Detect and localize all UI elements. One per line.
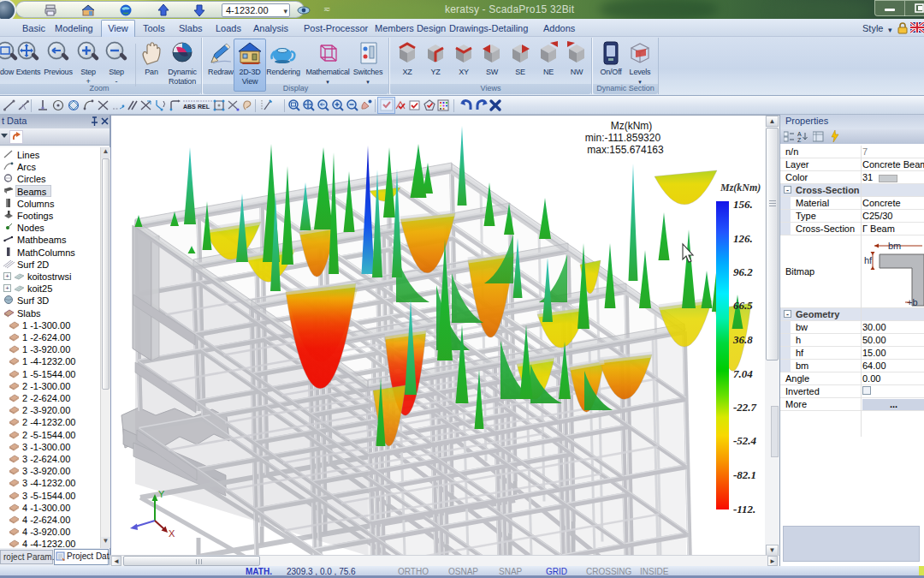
svg-text:bm: bm [888, 241, 901, 251]
svg-text:-112.: -112. [733, 503, 755, 515]
svg-text:126.: 126. [733, 232, 753, 245]
svg-text:X: X [169, 528, 175, 539]
svg-text:Mz(kNm): Mz(kNm) [611, 120, 653, 132]
svg-text:96.2: 96.2 [733, 265, 753, 278]
svg-text:-22.7: -22.7 [733, 401, 757, 414]
svg-text:REL: REL [198, 104, 210, 110]
svg-text:Z: Z [797, 137, 802, 142]
svg-text:7.04: 7.04 [733, 367, 753, 380]
svg-text:-52.4: -52.4 [733, 434, 757, 447]
svg-text:ABS: ABS [183, 104, 196, 110]
svg-text:-82.1: -82.1 [733, 468, 756, 481]
svg-text:max:155.674163: max:155.674163 [587, 144, 664, 156]
svg-text:Y: Y [158, 489, 165, 499]
svg-text:hf: hf [864, 255, 873, 265]
svg-text:66.5: 66.5 [733, 299, 753, 312]
svg-text:36.8: 36.8 [732, 333, 753, 346]
svg-text:A: A [797, 131, 802, 137]
svg-text:156.: 156. [733, 198, 753, 211]
svg-text:min:-111.859320: min:-111.859320 [585, 132, 661, 144]
svg-text:Mz(kNm): Mz(kNm) [720, 182, 761, 194]
